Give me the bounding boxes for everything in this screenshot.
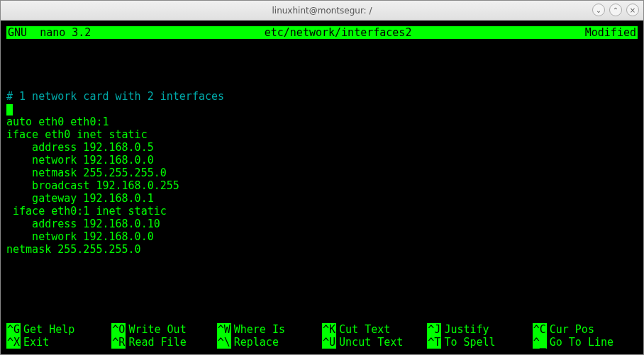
- shortcut-write-out[interactable]: ^OWrite Out: [111, 323, 216, 336]
- code-line: netmask 255.255.255.0: [6, 167, 167, 179]
- nano-filename: etc/network/interfaces2: [92, 26, 583, 39]
- shortcut-label: Read File: [126, 336, 186, 349]
- shortcut-read-file[interactable]: ^RRead File: [111, 336, 216, 349]
- shortcut-label: Get Help: [21, 323, 74, 336]
- code-line: iface eth0:1 inet static: [6, 205, 167, 218]
- shortcut-label: Exit: [21, 336, 49, 349]
- minimize-button[interactable]: ⌄: [592, 4, 605, 16]
- code-line: address 192.168.0.10: [6, 218, 160, 230]
- shortcut-label: Justify: [441, 323, 489, 336]
- nano-status: Modified: [584, 26, 638, 39]
- comment-line: # 1 network card with 2 interfaces: [6, 90, 224, 103]
- terminal-window: linuxhint@montsegur: / ⌄ ⌃ × GNU nano 3.…: [0, 0, 644, 355]
- shortcut-go-to-line[interactable]: ^_Go To Line: [533, 336, 638, 349]
- code-line: network 192.168.0.0: [6, 230, 154, 243]
- shortcut-label: Replace: [231, 336, 279, 349]
- nano-version: GNU nano 3.2: [6, 26, 92, 39]
- shortcut-key: ^X: [6, 336, 21, 349]
- shortcut-get-help[interactable]: ^GGet Help: [6, 323, 111, 336]
- shortcut-justify[interactable]: ^JJustify: [427, 323, 532, 336]
- blank-line: [6, 52, 13, 64]
- text-cursor: [6, 104, 13, 115]
- window-titlebar[interactable]: linuxhint@montsegur: / ⌄ ⌃ ×: [1, 1, 643, 21]
- shortcut-replace[interactable]: ^\Replace: [217, 336, 322, 349]
- maximize-icon: ⌃: [613, 6, 618, 14]
- close-button[interactable]: ×: [626, 4, 639, 16]
- shortcut-row-2: ^XExit ^RRead File ^\Replace ^UUncut Tex…: [6, 336, 638, 349]
- code-line: address 192.168.0.5: [6, 141, 154, 154]
- shortcut-to-spell[interactable]: ^TTo Spell: [427, 336, 532, 349]
- shortcut-cur-pos[interactable]: ^CCur Pos: [533, 323, 638, 336]
- shortcut-where-is[interactable]: ^WWhere Is: [217, 323, 322, 336]
- close-icon: ×: [630, 6, 635, 14]
- terminal-body[interactable]: GNU nano 3.2 etc/network/interfaces2 Mod…: [1, 21, 643, 354]
- shortcut-key: ^C: [533, 323, 547, 336]
- minimize-icon: ⌄: [596, 6, 601, 14]
- nano-shortcuts: ^GGet Help ^OWrite Out ^WWhere Is ^KCut …: [4, 323, 640, 351]
- code-line: netmask 255.255.255.0: [6, 243, 141, 256]
- shortcut-label: To Spell: [441, 336, 495, 349]
- shortcut-key: ^O: [111, 323, 126, 336]
- maximize-button[interactable]: ⌃: [609, 4, 622, 16]
- shortcut-label: Cut Text: [336, 323, 390, 336]
- shortcut-key: ^U: [322, 336, 336, 349]
- shortcut-key: ^W: [217, 323, 231, 336]
- shortcut-key: ^T: [427, 336, 441, 349]
- shortcut-key: ^J: [427, 323, 441, 336]
- editor-content[interactable]: # 1 network card with 2 interfaces auto …: [4, 39, 640, 323]
- code-line: iface eth0 inet static: [6, 128, 148, 141]
- window-title: linuxhint@montsegur: /: [272, 6, 372, 16]
- shortcut-cut-text[interactable]: ^KCut Text: [322, 323, 427, 336]
- shortcut-exit[interactable]: ^XExit: [6, 336, 111, 349]
- shortcut-key: ^_: [533, 336, 547, 349]
- blank-line: [6, 64, 13, 77]
- shortcut-key: ^R: [111, 336, 126, 349]
- shortcut-label: Go To Line: [547, 336, 614, 349]
- shortcut-label: Where Is: [231, 323, 285, 336]
- window-controls: ⌄ ⌃ ×: [592, 4, 639, 16]
- shortcut-label: Cur Pos: [547, 323, 594, 336]
- code-line: broadcast 192.168.0.255: [6, 179, 179, 192]
- shortcut-row-1: ^GGet Help ^OWrite Out ^WWhere Is ^KCut …: [6, 323, 638, 336]
- code-line: gateway 192.168.0.1: [6, 192, 154, 205]
- shortcut-label: Write Out: [126, 323, 186, 336]
- shortcut-label: Uncut Text: [336, 336, 403, 349]
- code-line: auto eth0 eth0:1: [6, 115, 109, 128]
- shortcut-uncut-text[interactable]: ^UUncut Text: [322, 336, 427, 349]
- shortcut-key: ^K: [322, 323, 336, 336]
- shortcut-key: ^G: [6, 323, 21, 336]
- blank-line: [6, 77, 13, 90]
- nano-header-bar: GNU nano 3.2 etc/network/interfaces2 Mod…: [6, 26, 638, 39]
- code-line: network 192.168.0.0: [6, 154, 154, 167]
- shortcut-key: ^\: [217, 336, 231, 349]
